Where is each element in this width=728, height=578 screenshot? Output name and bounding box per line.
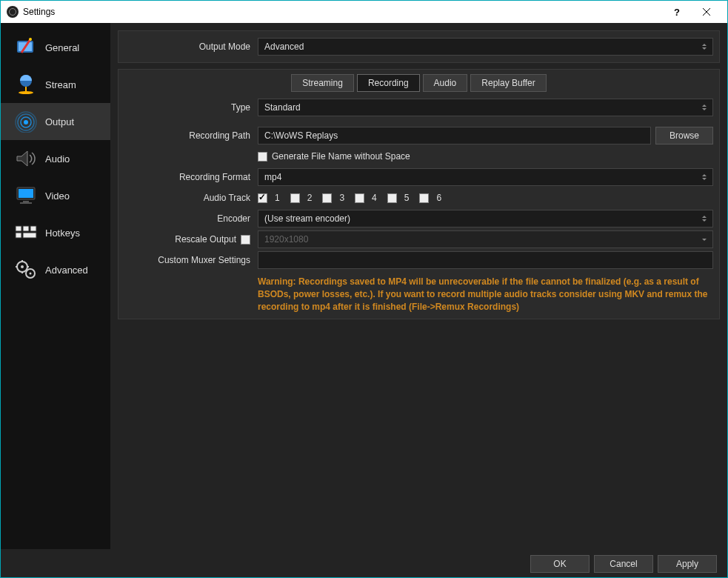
svg-rect-18 — [23, 226, 29, 231]
help-button[interactable]: ? — [662, 1, 692, 23]
sidebar-item-stream[interactable]: Stream — [1, 66, 110, 103]
track-1-checkbox[interactable] — [258, 193, 267, 203]
output-mode-label: Output Mode — [124, 41, 258, 52]
obs-icon — [7, 6, 19, 18]
chevron-updown-icon — [699, 170, 709, 184]
rescale-output-label: Rescale Output — [175, 234, 236, 245]
cancel-button[interactable]: Cancel — [594, 555, 653, 573]
track-3-checkbox[interactable] — [322, 193, 332, 203]
close-button[interactable] — [692, 1, 721, 23]
svg-rect-16 — [20, 202, 32, 204]
svg-rect-15 — [23, 201, 29, 202]
audio-tracks: 1 2 3 4 5 6 — [258, 193, 441, 203]
titlebar: Settings ? — [1, 1, 727, 23]
encoder-label: Encoder — [124, 213, 258, 224]
output-icon — [11, 108, 41, 135]
recording-path-input[interactable]: C:\WoWS Replays — [258, 127, 651, 144]
video-icon — [11, 182, 41, 209]
track-2-label: 2 — [307, 193, 313, 203]
hotkeys-icon — [11, 219, 41, 246]
sidebar: General Stream Output Audio Video — [1, 23, 110, 549]
track-4-label: 4 — [372, 193, 377, 203]
svg-rect-21 — [23, 233, 36, 238]
svg-rect-14 — [19, 189, 33, 198]
advanced-icon — [11, 256, 41, 283]
gen-filename-checkbox[interactable] — [258, 152, 267, 162]
track-1-label: 1 — [275, 193, 280, 203]
output-mode-section: Output Mode Advanced — [118, 30, 720, 63]
sidebar-item-label: General — [45, 42, 79, 53]
main-panel: Output Mode Advanced Streaming Recording… — [110, 23, 727, 549]
sidebar-item-hotkeys[interactable]: Hotkeys — [1, 214, 110, 251]
svg-point-23 — [21, 265, 24, 268]
sidebar-item-general[interactable]: General — [1, 29, 110, 66]
tab-audio[interactable]: Audio — [423, 74, 468, 92]
window-title: Settings — [23, 7, 662, 17]
stream-icon — [11, 71, 41, 98]
track-2-checkbox[interactable] — [290, 193, 300, 203]
audio-icon — [11, 145, 41, 172]
mp4-warning: Warning: Recordings saved to MP4 will be… — [258, 271, 713, 313]
apply-button[interactable]: Apply — [658, 555, 717, 573]
output-tabs: Streaming Recording Audio Replay Buffer — [124, 74, 713, 92]
chevron-updown-icon — [699, 40, 709, 53]
gen-filename-label: Generate File Name without Space — [272, 151, 410, 162]
sidebar-item-label: Video — [45, 190, 70, 202]
sidebar-item-video[interactable]: Video — [1, 177, 110, 214]
muxer-input[interactable] — [258, 251, 713, 269]
sidebar-item-label: Hotkeys — [45, 227, 80, 239]
svg-rect-17 — [16, 226, 21, 231]
muxer-label: Custom Muxer Settings — [124, 255, 258, 265]
browse-button[interactable]: Browse — [655, 127, 713, 144]
sidebar-item-label: Output — [45, 116, 74, 127]
recording-format-select[interactable]: mp4 — [258, 168, 713, 186]
svg-rect-7 — [25, 87, 27, 91]
type-label: Type — [124, 102, 258, 113]
general-icon — [11, 34, 41, 61]
rescale-output-checkbox[interactable] — [241, 235, 250, 245]
svg-rect-20 — [16, 233, 21, 238]
svg-point-9 — [24, 120, 28, 124]
svg-rect-19 — [30, 226, 36, 231]
output-settings-section: Streaming Recording Audio Replay Buffer … — [118, 69, 720, 319]
tab-streaming[interactable]: Streaming — [291, 74, 354, 92]
chevron-down-icon — [699, 233, 709, 246]
recording-path-label: Recording Path — [124, 130, 258, 141]
type-select[interactable]: Standard — [258, 99, 713, 116]
dialog-footer: OK Cancel Apply — [1, 549, 727, 578]
chevron-updown-icon — [699, 101, 709, 114]
chevron-updown-icon — [699, 212, 709, 225]
track-6-checkbox[interactable] — [419, 193, 429, 203]
encoder-select[interactable]: (Use stream encoder) — [258, 210, 713, 227]
svg-point-5 — [29, 38, 32, 41]
track-5-label: 5 — [404, 193, 410, 203]
sidebar-item-advanced[interactable]: Advanced — [1, 251, 110, 288]
tab-recording[interactable]: Recording — [357, 74, 420, 92]
sidebar-item-label: Advanced — [45, 265, 88, 276]
output-mode-select[interactable]: Advanced — [258, 38, 713, 56]
svg-point-8 — [19, 91, 33, 94]
recording-format-label: Recording Format — [124, 172, 258, 182]
sidebar-item-audio[interactable]: Audio — [1, 140, 110, 177]
track-3-label: 3 — [339, 193, 344, 203]
sidebar-item-label: Stream — [45, 79, 76, 90]
audio-track-label: Audio Track — [124, 193, 258, 203]
track-4-checkbox[interactable] — [355, 193, 364, 203]
tab-replay-buffer[interactable]: Replay Buffer — [470, 74, 547, 92]
sidebar-item-label: Audio — [45, 153, 70, 165]
ok-button[interactable]: OK — [530, 555, 590, 573]
svg-point-25 — [30, 273, 32, 275]
track-6-label: 6 — [436, 193, 441, 203]
rescale-output-select[interactable]: 1920x1080 — [258, 230, 713, 248]
track-5-checkbox[interactable] — [387, 193, 397, 203]
sidebar-item-output[interactable]: Output — [1, 103, 110, 140]
